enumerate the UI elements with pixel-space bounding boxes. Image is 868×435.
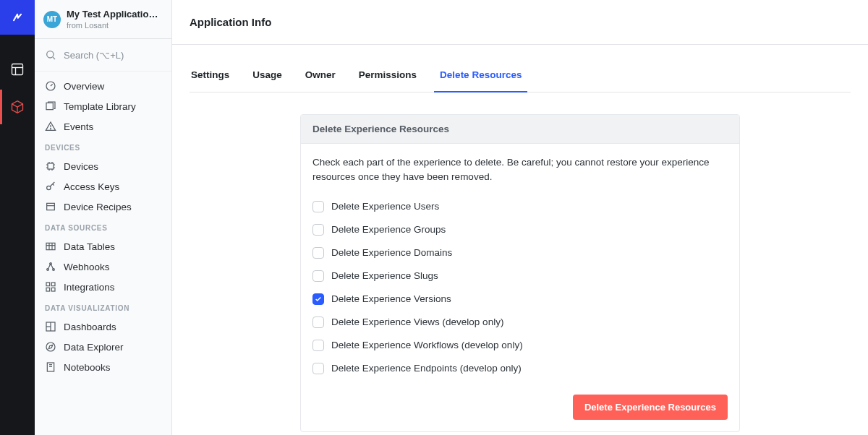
webhook-icon [45,261,56,272]
sidebar-group-datasources: DATA SOURCES [35,217,171,236]
sidebar-item-label: Data Tables [64,241,115,252]
tab-permissions[interactable]: Permissions [357,59,418,92]
sidebar-item-events[interactable]: Events [35,116,171,137]
checkbox-label: Delete Experience Views (develop only) [331,316,503,327]
chip-icon [45,160,56,172]
tab-settings[interactable]: Settings [190,59,231,92]
svg-rect-20 [47,203,55,210]
sidebar-item-dashboards[interactable]: Dashboards [35,316,171,337]
checkbox-row[interactable]: Delete Experience Users [312,195,728,218]
checkbox-icon[interactable] [312,270,324,282]
app-subtitle: from Losant [67,21,161,30]
checkbox-label: Delete Experience Users [331,201,439,212]
sidebar-item-devices[interactable]: Devices [35,156,171,176]
svg-rect-32 [51,288,55,291]
sidebar-item-label: Events [64,121,93,132]
checkbox-label: Delete Experience Endpoints (develop onl… [331,363,522,374]
sidebar-item-integrations[interactable]: Integrations [35,277,171,297]
logo-icon[interactable] [0,0,35,35]
checkbox-icon[interactable] [312,201,324,212]
delete-resources-panel: Delete Experience Resources Check each p… [300,114,740,432]
svg-rect-37 [47,363,54,371]
sidebar-item-data-explorer[interactable]: Data Explorer [35,337,171,357]
checkbox-row[interactable]: Delete Experience Groups [312,218,728,241]
app-title: My Test Application (Lo... [67,9,161,20]
page-title: Application Info [190,16,851,28]
svg-rect-31 [46,288,50,291]
sidebar-item-label: Webhooks [64,262,110,272]
checkbox-icon[interactable] [312,363,324,374]
checkbox-label: Delete Experience Groups [331,224,446,235]
sidebar: MT My Test Application (Lo... from Losan… [35,0,172,435]
checkbox-icon[interactable] [312,293,324,305]
icon-rail [0,0,35,435]
svg-point-19 [47,186,51,189]
svg-rect-29 [46,283,50,286]
svg-rect-0 [12,64,23,75]
sidebar-item-label: Template Library [64,101,136,112]
sidebar-item-access-keys[interactable]: Access Keys [35,176,171,197]
templates-icon [45,100,56,112]
sidebar-item-label: Notebooks [64,362,111,373]
svg-rect-10 [48,163,54,169]
checkbox-row[interactable]: Delete Experience Slugs [312,264,728,288]
checkbox-icon[interactable] [312,247,324,259]
checkbox-row[interactable]: Delete Experience Domains [312,241,728,264]
notebook-icon [45,361,56,373]
sidebar-item-device-recipes[interactable]: Device Recipes [35,197,171,217]
panel-description: Check each part of the experience to del… [312,155,728,185]
sidebar-item-label: Overview [64,81,104,92]
rail-dashboard-icon[interactable] [0,52,35,87]
sidebar-item-templates[interactable]: Template Library [35,96,171,116]
sidebar-item-label: Devices [64,161,98,172]
checkbox-row[interactable]: Delete Experience Endpoints (develop onl… [312,357,728,380]
checkbox-label: Delete Experience Versions [331,293,451,304]
sidebar-item-data-tables[interactable]: Data Tables [35,236,171,257]
svg-point-36 [46,343,55,351]
svg-point-4 [47,51,54,58]
app-avatar: MT [43,11,61,28]
sidebar-item-webhooks[interactable]: Webhooks [35,257,171,277]
svg-point-9 [50,129,51,129]
gauge-icon [45,80,56,92]
checkbox-icon[interactable] [312,340,324,351]
svg-line-5 [53,57,55,59]
tab-owner[interactable]: Owner [304,59,337,92]
sidebar-item-label: Integrations [64,282,115,293]
search-placeholder: Search (⌥+L) [64,50,124,61]
search-icon [45,49,56,61]
checkbox-row[interactable]: Delete Experience Versions [312,288,728,311]
key-icon [45,181,56,192]
warning-icon [45,121,56,132]
tab-delete-resources[interactable]: Delete Resources [438,59,523,92]
svg-rect-22 [46,243,55,249]
sidebar-item-notebooks[interactable]: Notebooks [35,357,171,377]
checkbox-icon[interactable] [312,316,324,328]
rail-box-icon[interactable] [0,90,35,124]
sidebar-item-label: Device Recipes [64,202,132,212]
sidebar-group-devices: DEVICES [35,137,171,156]
checkbox-icon[interactable] [312,224,324,236]
main-content: Application Info Settings Usage Owner Pe… [172,0,868,435]
sidebar-item-overview[interactable]: Overview [35,76,171,96]
tabs: Settings Usage Owner Permissions Delete … [190,59,851,92]
checkbox-label: Delete Experience Domains [331,247,452,258]
recipes-icon [45,201,56,212]
dashboard-icon [45,321,56,332]
delete-button[interactable]: Delete Experience Resources [573,395,728,420]
checkbox-row[interactable]: Delete Experience Workflows (develop onl… [312,334,728,357]
table-icon [45,241,56,252]
svg-rect-30 [51,283,55,286]
app-header[interactable]: MT My Test Application (Lo... from Losan… [35,0,171,39]
panel-heading: Delete Experience Resources [301,115,739,144]
search-input[interactable]: Search (⌥+L) [35,39,171,72]
sidebar-item-label: Access Keys [64,181,119,192]
page-header: Application Info [172,0,868,45]
integrations-icon [45,281,56,293]
checkbox-row[interactable]: Delete Experience Views (develop only) [312,311,728,334]
sidebar-group-dataviz: DATA VISUALIZATION [35,297,171,316]
tab-usage[interactable]: Usage [251,59,284,92]
checkbox-label: Delete Experience Workflows (develop onl… [331,340,523,350]
sidebar-item-label: Dashboards [64,322,116,332]
svg-rect-7 [46,103,53,109]
